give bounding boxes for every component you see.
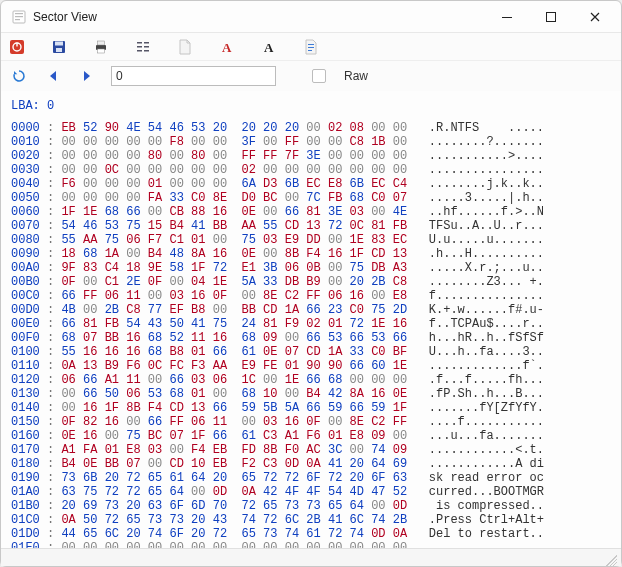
- titlebar: Sector View: [1, 1, 621, 33]
- lba-indicator: LBA: 0: [11, 99, 611, 113]
- app-icon: [11, 9, 27, 25]
- page-icon[interactable]: [175, 37, 195, 57]
- maximize-button[interactable]: [529, 2, 573, 32]
- window-title: Sector View: [33, 10, 97, 24]
- print-icon[interactable]: [91, 37, 111, 57]
- window-controls: [485, 2, 617, 32]
- svg-rect-15: [137, 42, 142, 44]
- hex-row: 00B0 : 0F 00 C1 2E 0F 00 04 1E 5A 33 DB …: [11, 275, 611, 289]
- hex-row: 0060 : 1F 1E 68 66 00 CB 88 16 0E 00 66 …: [11, 205, 611, 219]
- hex-row: 00C0 : 66 FF 06 11 00 03 16 0F 00 8E C2 …: [11, 289, 611, 303]
- hex-row: 0050 : 00 00 00 00 FA 33 C0 8E D0 BC 00 …: [11, 191, 611, 205]
- svg-rect-19: [137, 50, 142, 52]
- forward-icon[interactable]: [77, 66, 97, 86]
- hex-dump[interactable]: 0000 : EB 52 90 4E 54 46 53 20 20 20 20 …: [11, 121, 611, 548]
- hex-row: 01C0 : 0A 50 72 65 73 73 20 43 74 72 6C …: [11, 513, 611, 527]
- svg-rect-23: [308, 44, 314, 45]
- refresh-icon[interactable]: [9, 66, 29, 86]
- sector-input[interactable]: [111, 66, 276, 86]
- font-black-icon[interactable]: A: [259, 37, 279, 57]
- hex-row: 0180 : B4 0E BB 07 00 CD 10 EB F2 C3 0D …: [11, 457, 611, 471]
- hex-row: 0030 : 00 00 0C 00 00 00 00 00 02 00 00 …: [11, 163, 611, 177]
- hex-row: 01D0 : 44 65 6C 20 74 6F 20 72 65 73 74 …: [11, 527, 611, 541]
- content-area: LBA: 0 0000 : EB 52 90 4E 54 46 53 20 20…: [1, 91, 621, 548]
- hex-row: 0150 : 0F 82 16 00 66 FF 06 11 00 03 16 …: [11, 415, 611, 429]
- minimize-button[interactable]: [485, 2, 529, 32]
- font-red-icon[interactable]: A: [217, 37, 237, 57]
- svg-rect-10: [55, 41, 63, 45]
- hex-row: 0130 : 00 66 50 06 53 68 01 00 68 10 00 …: [11, 387, 611, 401]
- options-icon[interactable]: [133, 37, 153, 57]
- close-button[interactable]: [573, 2, 617, 32]
- svg-text:A: A: [222, 40, 232, 55]
- hex-row: 0140 : 00 16 1F 8B F4 CD 13 66 59 5B 5A …: [11, 401, 611, 415]
- svg-rect-4: [502, 17, 512, 18]
- hex-row: 0010 : 00 00 00 00 00 F8 00 00 3F 00 FF …: [11, 135, 611, 149]
- hex-row: 0040 : F6 00 00 00 01 00 00 00 6A D3 6B …: [11, 177, 611, 191]
- hex-row: 0100 : 55 16 16 16 68 B8 01 66 61 0E 07 …: [11, 345, 611, 359]
- hex-row: 0080 : 55 AA 75 06 F7 C1 01 00 75 03 E9 …: [11, 233, 611, 247]
- hex-row: 0160 : 0E 16 00 75 BC 07 1F 66 61 C3 A1 …: [11, 429, 611, 443]
- svg-rect-3: [15, 19, 20, 20]
- raw-label: Raw: [344, 69, 368, 83]
- toolbar: A A: [1, 33, 621, 61]
- navbar: Raw: [1, 61, 621, 91]
- page-link-icon[interactable]: [301, 37, 321, 57]
- statusbar: [1, 548, 621, 566]
- hex-row: 00F0 : 68 07 BB 16 68 52 11 16 68 09 00 …: [11, 331, 611, 345]
- svg-rect-20: [144, 50, 149, 52]
- hex-row: 0090 : 18 68 1A 00 B4 48 8A 16 0E 00 8B …: [11, 247, 611, 261]
- svg-rect-5: [547, 12, 556, 21]
- hex-row: 00E0 : 66 81 FB 54 43 50 41 75 24 81 F9 …: [11, 317, 611, 331]
- svg-rect-17: [137, 46, 142, 48]
- svg-rect-14: [98, 49, 105, 53]
- hex-row: 0170 : A1 FA 01 E8 03 00 F4 EB FD 8B F0 …: [11, 443, 611, 457]
- hex-row: 0070 : 54 46 53 75 15 B4 41 BB AA 55 CD …: [11, 219, 611, 233]
- hex-row: 0020 : 00 00 00 00 80 00 80 00 FF FF 7F …: [11, 149, 611, 163]
- svg-rect-8: [16, 42, 17, 46]
- svg-rect-16: [144, 42, 149, 44]
- app-window: Sector View A A Raw LBA: 0 0000 : EB 52 …: [0, 0, 622, 567]
- hex-row: 01E0 : 00 00 00 00 00 00 00 00 00 00 00 …: [11, 541, 611, 548]
- hex-row: 0110 : 0A 13 B9 F6 0C FC F3 AA E9 FE 01 …: [11, 359, 611, 373]
- hex-row: 00D0 : 4B 00 2B C8 77 EF B8 00 BB CD 1A …: [11, 303, 611, 317]
- svg-rect-18: [144, 46, 149, 48]
- hex-row: 0000 : EB 52 90 4E 54 46 53 20 20 20 20 …: [11, 121, 611, 135]
- back-icon[interactable]: [43, 66, 63, 86]
- raw-checkbox[interactable]: [312, 69, 326, 83]
- resize-grip[interactable]: [603, 552, 617, 566]
- hex-row: 01A0 : 63 75 72 72 65 64 00 0D 0A 42 4F …: [11, 485, 611, 499]
- hex-row: 0120 : 06 66 A1 11 00 66 03 06 1C 00 1E …: [11, 373, 611, 387]
- svg-rect-6: [10, 40, 24, 54]
- svg-rect-1: [15, 13, 23, 14]
- svg-text:A: A: [264, 40, 274, 55]
- save-icon[interactable]: [49, 37, 69, 57]
- hex-row: 0190 : 73 6B 20 72 65 61 64 20 65 72 72 …: [11, 471, 611, 485]
- svg-rect-2: [15, 16, 23, 17]
- svg-rect-24: [308, 47, 314, 48]
- svg-rect-13: [98, 41, 105, 45]
- hex-row: 00A0 : 9F 83 C4 18 9E 58 1F 72 E1 3B 06 …: [11, 261, 611, 275]
- power-icon[interactable]: [7, 37, 27, 57]
- hex-row: 01B0 : 20 69 73 20 63 6F 6D 70 72 65 73 …: [11, 499, 611, 513]
- svg-rect-11: [56, 48, 62, 52]
- svg-rect-25: [308, 50, 312, 51]
